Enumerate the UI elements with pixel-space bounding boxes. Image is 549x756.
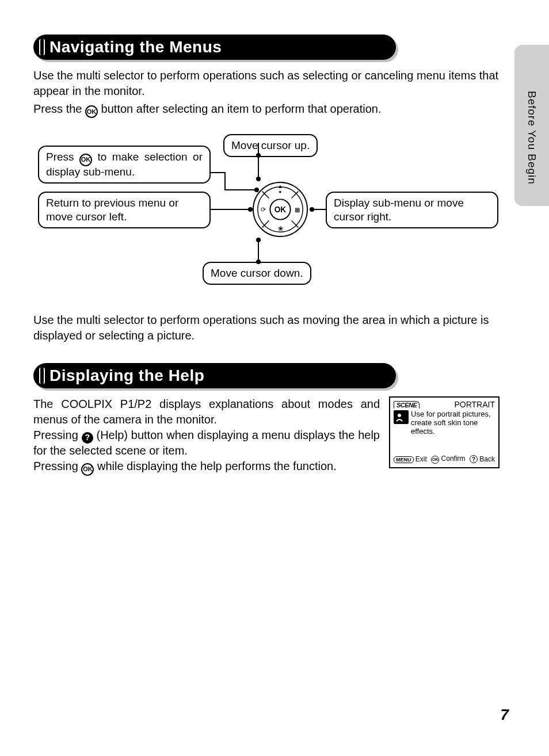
svg-text:✦: ✦ [278, 189, 283, 195]
heading-navigating: Navigating the Menus [33, 35, 500, 60]
svg-text:❀: ❀ [278, 226, 283, 232]
section2-para3: Pressing OK while displaying the help pe… [33, 459, 380, 474]
portrait-icon [394, 410, 409, 424]
section1-para2: Press the OK button after selecting an i… [33, 101, 500, 117]
section1-para3: Use the multi selector to perform operat… [33, 312, 500, 343]
heading-text: Navigating the Menus [49, 38, 222, 56]
scene-tab: SCENE [394, 401, 420, 408]
callout-left: Return to previous menu or move cursor l… [38, 192, 211, 228]
multi-selector-icon: OK ✦ ❀ ⟳ ▦ [252, 181, 308, 238]
section1-para1: Use the multi selector to perform operat… [33, 68, 500, 99]
lcd-desc: Use for portrait pictures, create soft s… [411, 410, 495, 436]
sidebar-tab: Before You Begin [514, 45, 549, 206]
callout-down: Move cursor down. [203, 262, 311, 285]
callout-ok: Press OK to make selection or display su… [38, 146, 211, 184]
lcd-title: PORTRAIT [454, 400, 495, 409]
menu-icon: MENU [394, 456, 414, 463]
svg-text:▦: ▦ [295, 207, 300, 213]
svg-point-12 [398, 414, 401, 417]
ok-icon: OK [85, 105, 98, 118]
page-content: Navigating the Menus Use the multi selec… [33, 35, 500, 475]
ok-icon: OK [81, 463, 94, 476]
callout-right: Display sub-menu or move cursor right. [326, 192, 498, 228]
section2-para2: Pressing ? (Help) button when displaying… [33, 427, 380, 459]
svg-text:⟳: ⟳ [261, 206, 266, 213]
multi-selector-diagram: Move cursor up. Press OK to make selecti… [33, 134, 500, 289]
callout-up: Move cursor up. [223, 134, 318, 157]
ok-icon: OK [431, 456, 439, 464]
section2-para1: The COOLPIX P1/P2 displays explanations … [33, 396, 380, 427]
sidebar-label: Before You Begin [525, 91, 538, 185]
svg-text:OK: OK [274, 205, 287, 214]
ok-icon: OK [79, 154, 92, 166]
heading-text-2: Displaying the Help [49, 366, 204, 385]
help-icon: ? [470, 455, 478, 463]
page-number: 7 [501, 706, 509, 724]
help-icon: ? [82, 432, 93, 444]
help-screen-example: SCENE PORTRAIT Use for portrait pictures… [389, 396, 500, 468]
heading-help: Displaying the Help [33, 363, 500, 388]
section2-body: The COOLPIX P1/P2 displays explanations … [33, 396, 380, 474]
